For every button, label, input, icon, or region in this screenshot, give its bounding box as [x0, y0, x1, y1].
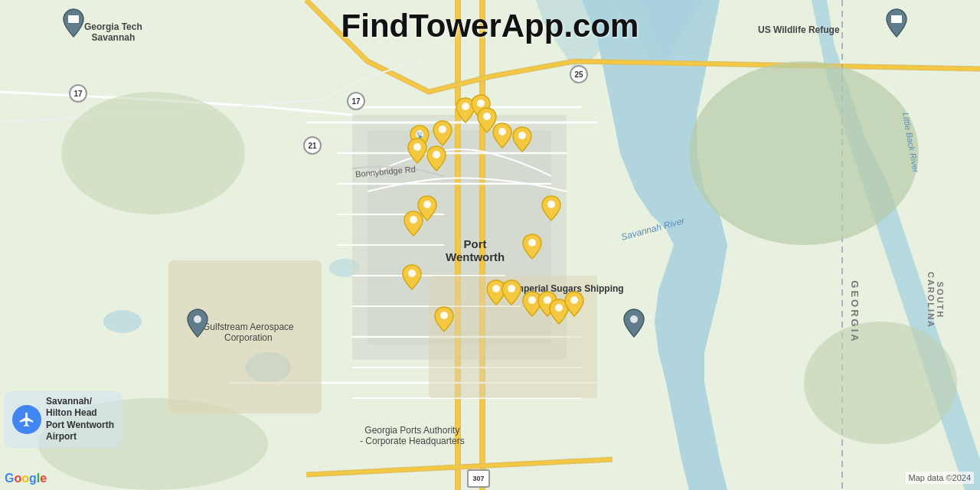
airport-label: Savannah/Hilton HeadPort WentworthAirpor… — [46, 396, 114, 443]
svg-point-2 — [103, 310, 142, 333]
svg-point-12 — [689, 61, 919, 245]
svg-point-13 — [804, 322, 957, 444]
svg-point-36 — [555, 304, 563, 312]
tower-marker[interactable] — [501, 279, 522, 306]
highway-badge-17-top: 17 — [69, 84, 87, 103]
tower-marker[interactable] — [401, 263, 423, 291]
svg-point-11 — [61, 92, 245, 214]
highway-badge-307: 307 — [467, 469, 490, 488]
svg-point-21 — [433, 151, 440, 158]
tower-marker[interactable] — [521, 233, 543, 260]
svg-point-25 — [498, 128, 506, 136]
gulfstream-pin — [185, 308, 210, 341]
tower-marker[interactable] — [511, 126, 533, 153]
highway-badge-25: 25 — [570, 65, 588, 83]
svg-rect-40 — [891, 15, 902, 23]
georgia-ports-pin — [622, 308, 646, 341]
airport-area: Savannah/Hilton HeadPort WentworthAirpor… — [5, 391, 122, 448]
svg-point-22 — [462, 103, 469, 110]
svg-point-27 — [423, 201, 431, 208]
svg-point-24 — [483, 113, 491, 120]
tower-marker[interactable] — [492, 122, 513, 149]
tower-marker[interactable] — [426, 145, 447, 172]
page-title: FindTowerApp.com — [341, 8, 639, 44]
svg-point-37 — [570, 296, 578, 304]
tower-marker[interactable] — [433, 305, 455, 333]
svg-point-26 — [518, 132, 526, 139]
tower-marker[interactable] — [432, 119, 453, 147]
highway-badge-17-mid: 17 — [347, 92, 365, 110]
map-attribution: Map data ©2024 — [906, 472, 975, 484]
tower-marker[interactable] — [407, 137, 428, 165]
map-container: FindTowerApp.com 17 21 17 25 307 📡 — [0, 0, 980, 490]
svg-point-33 — [508, 285, 515, 292]
tower-marker[interactable] — [403, 210, 424, 237]
svg-point-42 — [630, 315, 638, 323]
google-logo: Google — [5, 472, 47, 485]
svg-point-41 — [194, 315, 201, 323]
svg-point-38 — [440, 312, 448, 319]
svg-point-30 — [528, 239, 536, 247]
airport-icon — [12, 405, 41, 434]
svg-point-32 — [492, 285, 500, 292]
tower-marker[interactable] — [564, 290, 585, 318]
tower-marker[interactable] — [541, 194, 562, 222]
svg-point-34 — [528, 296, 536, 304]
svg-point-20 — [413, 143, 421, 151]
svg-point-29 — [547, 201, 555, 208]
svg-rect-39 — [68, 15, 79, 23]
svg-point-19 — [439, 126, 446, 133]
svg-point-28 — [410, 216, 417, 224]
highway-badge-21: 21 — [303, 136, 322, 155]
georgia-tech-marker — [61, 8, 86, 41]
svg-point-31 — [408, 270, 416, 277]
wildlife-refuge-marker — [884, 8, 909, 41]
